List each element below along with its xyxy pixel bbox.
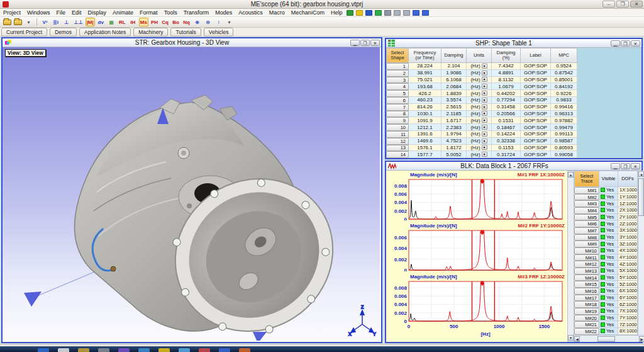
visible-cell[interactable]: Yes — [599, 241, 618, 247]
units-dropdown-icon[interactable]: ▾ — [482, 64, 487, 69]
menu-item-animate[interactable]: Animate — [109, 9, 136, 16]
visible-cell[interactable]: Yes — [599, 220, 618, 227]
dropdown2-icon[interactable]: ▾ — [225, 18, 234, 26]
nq-icon[interactable]: Nq — [182, 18, 191, 26]
visible-cell[interactable]: Yes — [599, 187, 618, 194]
taskbar-icon[interactable] — [199, 348, 210, 352]
units-dropdown-icon[interactable]: ▾ — [482, 84, 487, 89]
ms-icon[interactable]: Ms — [139, 18, 148, 26]
units-dropdown-icon[interactable]: ▾ — [482, 77, 487, 82]
visible-cell[interactable]: Yes — [599, 295, 618, 302]
select-shape-button[interactable]: 7 — [386, 104, 409, 111]
taskbar-icon[interactable] — [58, 348, 69, 352]
select-trace-button[interactable]: M#15 — [574, 281, 599, 288]
viewer-titlebar[interactable]: STR: Gearbox Housing - 3D View ▁ ❐ ✕ — [3, 38, 381, 47]
bo-icon[interactable]: Bo — [171, 18, 180, 26]
tab-vehicles[interactable]: Vehicles — [204, 28, 234, 37]
tab-machinery[interactable]: Machinery — [133, 28, 168, 37]
window-icon[interactable] — [413, 10, 419, 16]
frf-plot[interactable]: 00.0020.0040.0060.008050010001500[Hz] — [386, 281, 567, 338]
select-shape-button[interactable]: 3 — [386, 77, 409, 84]
select-trace-button[interactable]: M#13 — [574, 268, 599, 275]
visible-cell[interactable]: Yes — [599, 207, 618, 214]
units-dropdown-icon[interactable]: ▾ — [482, 111, 487, 116]
columns-icon[interactable] — [356, 10, 363, 16]
animate-icon[interactable]: V³ — [40, 18, 50, 26]
tab-tutorials[interactable]: Tutorials — [170, 28, 201, 37]
visible-cell[interactable]: Yes — [599, 214, 618, 221]
menu-item-display[interactable]: Display — [85, 9, 110, 16]
menu-item-project[interactable]: Project — [0, 9, 24, 16]
scroll-down-icon[interactable]: ▼ — [568, 335, 574, 341]
visible-cell[interactable]: Yes — [599, 328, 618, 335]
trace-horizontal-scrollbar[interactable]: ◀ ▶ — [574, 335, 644, 342]
taskbar-icon[interactable] — [219, 348, 230, 352]
select-shape-button[interactable]: 1 — [386, 63, 409, 70]
visible-cell[interactable]: Yes — [599, 301, 618, 308]
select-trace-button[interactable]: M#1 — [574, 187, 599, 194]
open-folder-icon[interactable] — [3, 20, 11, 25]
select-trace-button[interactable]: M#8 — [574, 234, 599, 241]
blk-restore-button[interactable]: ❐ — [621, 163, 630, 169]
select-trace-button[interactable]: M#19 — [574, 308, 599, 315]
cq-icon[interactable]: Cq — [160, 18, 170, 26]
visible-cell[interactable]: Yes — [599, 227, 618, 234]
visible-cell[interactable]: Yes — [599, 281, 618, 288]
viewer-minimize-button[interactable]: ▁ — [350, 40, 360, 46]
viewer-close-button[interactable]: ✕ — [370, 40, 380, 46]
select-trace-button[interactable]: M#21 — [574, 321, 599, 328]
ph-icon[interactable]: PH — [150, 18, 159, 26]
units-dropdown-icon[interactable]: ▾ — [482, 71, 487, 76]
save-icon[interactable] — [384, 10, 391, 16]
visible-cell[interactable]: Yes — [599, 254, 618, 261]
visible-cell[interactable]: Yes — [599, 275, 618, 281]
blk-close-button[interactable]: ✕ — [631, 163, 640, 169]
visible-cell[interactable]: Yes — [599, 261, 618, 268]
units-dropdown-icon[interactable]: ▾ — [482, 125, 487, 130]
taskbar-icon[interactable] — [78, 348, 89, 352]
menu-item-file[interactable]: File — [53, 9, 69, 16]
units-dropdown-icon[interactable]: ▾ — [482, 152, 487, 157]
blk-minimize-button[interactable]: ▁ — [611, 163, 620, 169]
dv-icon[interactable]: dv — [96, 18, 106, 26]
visible-cell[interactable]: Yes — [599, 194, 618, 201]
menu-item-help[interactable]: Help — [328, 9, 346, 16]
viewer-viewport[interactable]: View: 3D View — [3, 47, 380, 341]
scrollbar-thumb[interactable] — [597, 336, 615, 342]
units-dropdown-icon[interactable]: ▾ — [482, 132, 487, 137]
menu-item-acoustics[interactable]: Acoustics — [235, 9, 266, 16]
visible-cell[interactable]: Yes — [599, 288, 618, 295]
taskbar-icon[interactable] — [158, 348, 170, 352]
menu-item-transform[interactable]: Transform — [180, 9, 213, 16]
taskbar-icon[interactable] — [179, 348, 190, 352]
refresh-right-icon[interactable] — [403, 10, 410, 16]
units-dropdown-icon[interactable]: ▾ — [482, 145, 487, 150]
scrollbar-thumb[interactable] — [638, 178, 644, 216]
tab-demos[interactable]: Demos — [50, 28, 77, 37]
select-trace-button[interactable]: M#17 — [574, 295, 599, 302]
select-shape-button[interactable]: 10 — [386, 124, 409, 131]
select-trace-button[interactable]: M#2 — [574, 194, 599, 201]
spreadsheet-icon[interactable]: ▦ — [107, 18, 116, 26]
select-trace-button[interactable]: M#12 — [574, 261, 599, 268]
taskbar-icon[interactable] — [138, 348, 150, 352]
menu-item-tools[interactable]: Tools — [161, 9, 180, 16]
zoom-in-icon[interactable]: ⊕ — [192, 18, 202, 26]
select-trace-button[interactable]: M#14 — [574, 275, 599, 281]
select-trace-button[interactable]: M#20 — [574, 315, 599, 322]
select-trace-button[interactable]: M#10 — [574, 247, 599, 254]
close-button[interactable]: ✕ — [630, 1, 643, 8]
scroll-up-icon[interactable]: ▲ — [568, 172, 574, 178]
select-shape-button[interactable]: 5 — [386, 90, 409, 97]
units-dropdown-icon[interactable]: ▾ — [482, 139, 487, 144]
sort-icon[interactable]: ≣l — [51, 18, 60, 26]
select-shape-button[interactable]: 6 — [386, 97, 409, 104]
select-shape-button[interactable]: 2 — [386, 70, 409, 77]
select-trace-button[interactable]: M#7 — [574, 227, 599, 234]
select-trace-button[interactable]: M#3 — [574, 200, 599, 207]
axis-single-icon[interactable]: ⊥ — [62, 18, 71, 26]
select-trace-button[interactable]: M#9 — [574, 241, 599, 247]
ih-icon[interactable]: IH — [128, 18, 138, 26]
scroll-up-icon[interactable]: ▲ — [638, 171, 644, 177]
units-dropdown-icon[interactable]: ▾ — [482, 91, 487, 96]
